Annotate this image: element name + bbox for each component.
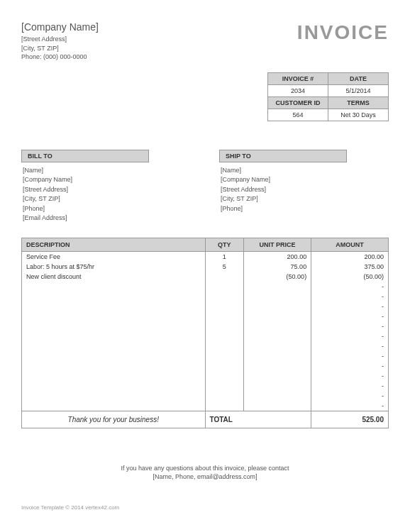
bill-to-street: [Street Address] [21,185,191,195]
item-qty [205,321,243,331]
item-amount: - [311,292,389,301]
table-row: Service Fee1200.00200.00 [22,251,389,262]
bill-to-header: BILL TO [21,150,149,162]
footer-line1: If you have any questions about this inv… [21,464,389,473]
item-description [22,292,206,301]
customer-id-label: CUSTOMER ID [268,96,328,109]
invoice-number-value: 2034 [268,84,328,96]
item-amount: 375.00 [311,262,389,272]
item-qty [205,292,243,301]
table-row: - [22,292,389,301]
bill-to-phone: [Phone] [21,204,191,214]
item-qty [205,371,243,381]
table-row: - [22,331,389,341]
terms-label: TERMS [328,96,389,109]
item-qty: 1 [205,251,243,262]
ship-to-header: SHIP TO [219,150,347,162]
table-row: New client discount(50.00)(50.00) [22,272,389,282]
item-description: New client discount [22,272,206,282]
table-row: - [22,381,389,391]
item-amount: - [311,301,389,311]
ship-to-block: SHIP TO [Name] [Company Name] [Street Ad… [219,150,389,223]
bill-to-name: [Name] [21,166,191,176]
table-row: - [22,311,389,321]
item-amount: - [311,282,389,292]
item-amount: (50.00) [311,272,389,282]
item-description [22,381,206,391]
item-description [22,282,206,292]
item-unit-price [243,301,311,311]
company-name: [Company Name] [21,21,297,33]
item-unit-price [243,381,311,391]
total-row: Thank you for your business! TOTAL 525.0… [22,411,389,428]
item-qty [205,361,243,371]
item-amount: - [311,351,389,361]
ship-to-street: [Street Address] [219,185,389,195]
thank-you-message: Thank you for your business! [22,411,206,428]
item-amount: - [311,311,389,321]
item-unit-price [243,371,311,381]
table-row: - [22,282,389,292]
column-description: DESCRIPTION [22,238,206,251]
item-amount: - [311,381,389,391]
item-qty [205,341,243,351]
item-description [22,341,206,351]
item-qty [205,391,243,401]
column-amount: AMOUNT [311,238,389,251]
customer-id-value: 564 [268,109,328,121]
item-unit-price [243,331,311,341]
item-amount: - [311,331,389,341]
ship-to-phone: [Phone] [219,204,389,214]
item-unit-price [243,292,311,301]
bill-to-block: BILL TO [Name] [Company Name] [Street Ad… [21,150,191,223]
item-description [22,321,206,331]
table-row: - [22,391,389,401]
item-unit-price [243,321,311,331]
date-label: DATE [328,72,389,84]
item-amount: - [311,341,389,351]
item-qty: 5 [205,262,243,272]
company-city: [City, ST ZIP] [21,44,297,53]
table-row: - [22,371,389,381]
bill-to-company: [Company Name] [21,175,191,185]
item-unit-price [243,401,311,411]
item-qty [205,282,243,292]
item-unit-price [243,311,311,321]
invoice-title: INVOICE [297,21,389,44]
item-description [22,351,206,361]
item-amount: - [311,401,389,411]
item-unit-price: 200.00 [243,251,311,262]
item-description [22,401,206,411]
footer-line2: [Name, Phone, email@address.com] [21,472,389,482]
item-qty [205,351,243,361]
copyright-text: Invoice Template © 2014 vertex42.com [21,504,119,511]
total-label: TOTAL [205,411,311,428]
column-unit-price: UNIT PRICE [243,238,311,251]
item-amount: - [311,361,389,371]
item-amount: 200.00 [311,251,389,262]
item-description [22,371,206,381]
column-qty: QTY [205,238,243,251]
table-row: - [22,361,389,371]
item-qty [205,301,243,311]
item-description: Service Fee [22,251,206,262]
footer-message: If you have any questions about this inv… [21,464,389,482]
item-qty [205,311,243,321]
item-unit-price [243,361,311,371]
item-qty [205,401,243,411]
bill-to-city: [City, ST ZIP] [21,194,191,204]
address-section: BILL TO [Name] [Company Name] [Street Ad… [21,150,389,223]
table-row: - [22,321,389,331]
item-description [22,391,206,401]
item-description [22,301,206,311]
item-qty [205,272,243,282]
item-unit-price: 75.00 [243,262,311,272]
item-qty [205,381,243,391]
item-description: Labor: 5 hours at $75/hr [22,262,206,272]
table-row: - [22,351,389,361]
item-amount: - [311,321,389,331]
terms-value: Net 30 Days [328,109,389,121]
item-unit-price [243,391,311,401]
item-amount: - [311,371,389,381]
ship-to-company: [Company Name] [219,175,389,185]
